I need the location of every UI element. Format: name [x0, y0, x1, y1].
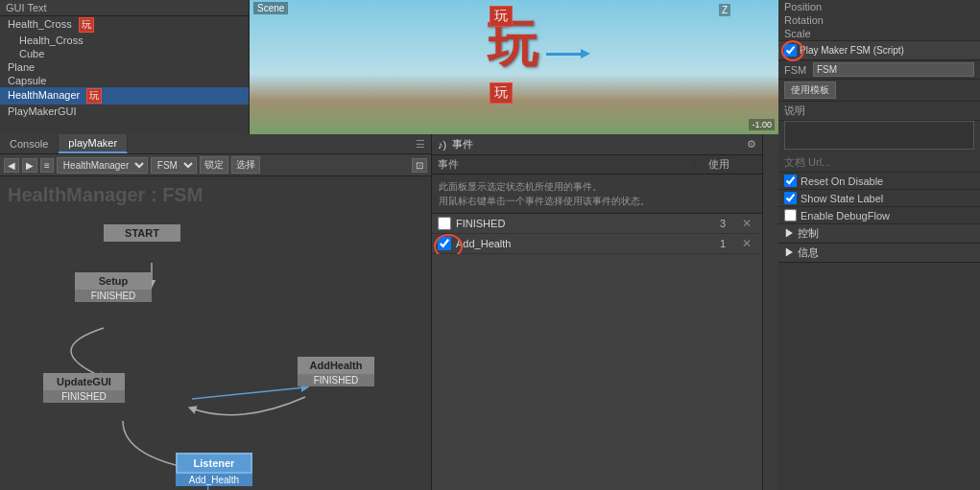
- events-list: FINISHED 3 ✕ Add_Health 1 ✕: [432, 214, 762, 254]
- event-check-addhealth[interactable]: [438, 237, 451, 250]
- events-header: ♪) 事件 ⚙: [432, 134, 762, 155]
- fsm-panel: Console playMaker ☰ ◀ ▶ ≡ HealthManager: [0, 134, 432, 490]
- events-icon: ♪): [438, 139, 446, 151]
- inspector-panel: Position Rotation Scale Play Maker FSM (…: [778, 0, 980, 490]
- fsm-node-addhealth[interactable]: AddHealth FINISHED: [298, 357, 374, 386]
- enable-debugflow-row: Enable DebugFlow: [778, 207, 980, 224]
- expand-button[interactable]: ⊡: [412, 158, 427, 173]
- coord-display: -1.00: [749, 119, 775, 130]
- toolbar-prev[interactable]: ◀: [4, 158, 19, 173]
- event-row-addhealth[interactable]: Add_Health 1 ✕: [432, 234, 762, 254]
- use-template-row: 使用模板: [778, 80, 980, 102]
- fsm-script-header: Play Maker FSM (Script): [778, 41, 980, 60]
- panel-menu-icon[interactable]: ☰: [410, 135, 431, 153]
- fsm-script-label: Play Maker FSM (Script): [800, 45, 904, 56]
- fsm-field-label: FSM: [784, 64, 813, 76]
- scene-arrow: [546, 53, 585, 56]
- transform-section: Position Rotation Scale: [778, 0, 980, 41]
- object-select[interactable]: HealthManager: [57, 157, 148, 174]
- event-x-addhealth[interactable]: ✕: [737, 237, 756, 250]
- event-count-finished: 3: [708, 218, 737, 229]
- events-label: 事件: [452, 137, 473, 152]
- show-state-label-row: Show State Label: [778, 190, 980, 207]
- fsm-node-setup[interactable]: Setup FINISHED: [75, 272, 152, 302]
- event-name-finished: FINISHED: [456, 218, 708, 229]
- events-gear-icon[interactable]: ⚙: [747, 138, 756, 151]
- fsm-node-start[interactable]: START: [104, 224, 180, 242]
- use-template-button[interactable]: 使用模板: [784, 82, 836, 99]
- hierarchy-item[interactable]: Plane: [0, 60, 249, 74]
- col-event: 事件: [432, 155, 695, 174]
- event-row-finished[interactable]: FINISHED 3 ✕: [432, 214, 762, 234]
- hierarchy-list: Health_Cross 玩 Health_Cross Cube Plane C…: [0, 16, 249, 118]
- fsm-row: FSM: [778, 60, 980, 80]
- description-label: 说明: [778, 102, 980, 121]
- hierarchy-item[interactable]: PlayMakerGUI: [0, 105, 249, 118]
- badge-top: 玩: [490, 6, 513, 27]
- fsm-field-input[interactable]: [813, 62, 974, 77]
- select-button[interactable]: 选择: [231, 156, 260, 174]
- fsm-script-checkbox[interactable]: [784, 44, 797, 57]
- rotation-row[interactable]: Rotation: [778, 13, 980, 27]
- fsm-select[interactable]: FSM: [151, 157, 197, 174]
- fsm-canvas[interactable]: HealthManager : FSM: [0, 176, 431, 490]
- toolbar-next[interactable]: ▶: [22, 158, 37, 173]
- event-name-addhealth: Add_Health: [456, 238, 708, 249]
- hierarchy-item[interactable]: Capsule: [0, 74, 249, 87]
- scene-label: Scene: [253, 2, 288, 14]
- scale-row[interactable]: Scale: [778, 27, 980, 40]
- badge-bottom: 玩: [490, 82, 513, 104]
- events-col-header: 事件 使用: [432, 155, 762, 175]
- reset-on-disable-row: Reset On Disable: [778, 173, 980, 190]
- toolbar-list[interactable]: ≡: [40, 158, 54, 173]
- fsm-node-listener[interactable]: Listener Add_Health: [176, 453, 252, 486]
- show-state-label-check[interactable]: [784, 192, 797, 204]
- hierarchy-item[interactable]: Health_Cross: [0, 34, 249, 47]
- axis-indicator: Z: [719, 4, 730, 16]
- lock-button[interactable]: 锁定: [200, 156, 228, 174]
- col-used: 使用: [695, 155, 743, 174]
- position-row[interactable]: Position: [778, 0, 980, 13]
- info-section-header[interactable]: ▶ 信息: [778, 244, 980, 263]
- fsm-toolbar: ◀ ▶ ≡ HealthManager FSM 锁定 选择 ⊡: [0, 154, 431, 176]
- controls-section-header[interactable]: ▶ 控制: [778, 224, 980, 244]
- event-x-finished[interactable]: ✕: [737, 217, 756, 230]
- svg-line-1: [192, 387, 305, 399]
- hierarchy-item-healthmanager[interactable]: HealthManager 玩: [0, 87, 249, 105]
- reset-on-disable-check[interactable]: [784, 175, 797, 187]
- description-area[interactable]: [784, 121, 974, 150]
- events-description: 此面板显示选定状态机所使用的事件。用鼠标右键单击一个事件选择使用该事件的状态。: [432, 175, 762, 214]
- event-count-addhealth: 1: [708, 238, 737, 249]
- scene-view: Scene 玩 Z 玩 玩 -1.00: [250, 0, 778, 134]
- event-check-finished[interactable]: [438, 217, 451, 230]
- fsm-title: HealthManager : FSM: [8, 184, 203, 206]
- tab-bar: Console playMaker ☰: [0, 134, 431, 154]
- events-panel: ♪) 事件 ⚙ 事件 使用 此面板显示选定状态机所使用的事件。用鼠标右键单击一个…: [432, 134, 763, 490]
- hierarchy-item[interactable]: Health_Cross 玩: [0, 16, 249, 34]
- doc-url-label: 文档 Url...: [778, 153, 980, 173]
- hierarchy-header: GUI Text: [0, 0, 249, 16]
- tab-console[interactable]: Console: [0, 135, 59, 152]
- fsm-node-updategui[interactable]: UpdateGUI FINISHED: [43, 373, 125, 403]
- enable-debugflow-check[interactable]: [784, 209, 797, 222]
- tab-playmaker[interactable]: playMaker: [59, 134, 128, 153]
- hierarchy-item[interactable]: Cube: [0, 47, 249, 60]
